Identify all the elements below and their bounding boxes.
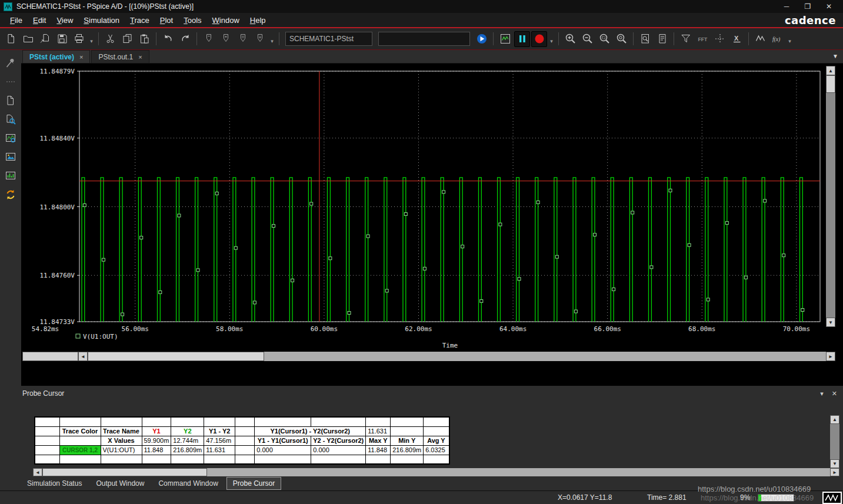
- panel-collapse-icon[interactable]: ▾: [820, 390, 824, 398]
- scroll-down-icon[interactable]: ▼: [830, 459, 839, 468]
- fft-button[interactable]: FFT: [695, 31, 711, 47]
- checkpoint-new-button[interactable]: [201, 31, 216, 47]
- scroll-up-icon[interactable]: ▲: [830, 415, 839, 424]
- scroll-right-icon[interactable]: ►: [830, 468, 839, 476]
- simulation-profile-field[interactable]: [285, 32, 372, 46]
- image-view-button[interactable]: [4, 150, 18, 164]
- checkpoint-open-button[interactable]: [218, 31, 234, 47]
- document-tab-pstst-out-1[interactable]: PStst.out.1×: [91, 50, 149, 63]
- hscroll-thumb[interactable]: [88, 352, 264, 361]
- print-button[interactable]: [71, 31, 87, 47]
- open-file-button[interactable]: [20, 31, 36, 47]
- undo-button[interactable]: [160, 31, 176, 47]
- dropdown-caret-icon[interactable]: ▾: [787, 32, 793, 45]
- tab-close-icon[interactable]: ×: [79, 54, 83, 61]
- probe-cell: 59.900m: [142, 436, 171, 445]
- zoom-fit-button[interactable]: [614, 31, 629, 47]
- plot-vertical-scrollbar[interactable]: ▲ ▼: [826, 66, 835, 327]
- menu-view[interactable]: View: [51, 14, 78, 26]
- pin-button[interactable]: [4, 56, 18, 70]
- svg-text:V(U1:OUT): V(U1:OUT): [83, 333, 118, 341]
- tab-close-icon[interactable]: ×: [138, 54, 142, 61]
- probe-cell-empty: [59, 455, 101, 464]
- copy-button[interactable]: [119, 31, 135, 47]
- toggle-cursor-button[interactable]: [712, 31, 728, 47]
- import-design-button[interactable]: [37, 31, 53, 47]
- save-button[interactable]: [54, 31, 70, 47]
- hscroll-track[interactable]: [42, 468, 830, 476]
- paste-icon: [139, 33, 151, 45]
- probe-cell: 0.000: [255, 445, 311, 455]
- scroll-down-icon[interactable]: ▼: [826, 318, 835, 327]
- menu-tools[interactable]: Tools: [178, 14, 206, 26]
- panel-close-icon[interactable]: ✕: [832, 390, 837, 398]
- save-simulation-button[interactable]: [497, 31, 513, 47]
- panel-tab-simulation-status[interactable]: Simulation Status: [21, 478, 88, 489]
- svg-text:56.00ms: 56.00ms: [122, 325, 149, 333]
- scroll-up-icon[interactable]: ▲: [826, 66, 835, 75]
- run-button[interactable]: [474, 31, 489, 47]
- probe-cell-empty: [59, 436, 101, 445]
- refresh-button[interactable]: [4, 188, 18, 202]
- dropdown-caret-icon[interactable]: ▾: [548, 32, 555, 45]
- toolbar-combo-field[interactable]: [378, 32, 470, 46]
- probe-horizontal-scrollbar[interactable]: ◄ ►: [33, 468, 839, 476]
- menu-window[interactable]: Window: [207, 14, 245, 26]
- scroll-right-icon[interactable]: ►: [826, 352, 835, 361]
- new-file-button[interactable]: [3, 31, 19, 47]
- toolbar-separator: [558, 32, 559, 45]
- restore-button[interactable]: ❐: [797, 0, 818, 13]
- x-axis-button[interactable]: X: [729, 31, 745, 47]
- svg-text:64.00ms: 64.00ms: [499, 325, 527, 333]
- probe-cursor-table: Trace ColorTrace NameY1Y2Y1 - Y2Y1(Curso…: [34, 416, 450, 465]
- scroll-left-icon[interactable]: ◄: [78, 352, 88, 361]
- document-tab-pstst-active-[interactable]: PStst (active)×: [22, 50, 90, 63]
- dropdown-caret-icon[interactable]: ▾: [269, 32, 275, 45]
- panel-tab-output-window[interactable]: Output Window: [90, 478, 150, 489]
- checkpoint-restore-button[interactable]: [252, 31, 268, 47]
- scroll-left-icon[interactable]: ◄: [33, 468, 42, 476]
- search-doc-icon: [5, 114, 16, 125]
- probe-cell: Trace Color: [59, 426, 101, 436]
- menu-simulation[interactable]: Simulation: [78, 14, 125, 26]
- plot-view-button[interactable]: [4, 131, 18, 145]
- close-button[interactable]: ✕: [818, 0, 839, 13]
- view-output-button[interactable]: [654, 31, 670, 47]
- chart-view-button[interactable]: [4, 169, 18, 183]
- panel-tab-probe-cursor[interactable]: Probe Cursor: [226, 477, 281, 490]
- cut-button[interactable]: [102, 31, 118, 47]
- checkpoint-save-button[interactable]: [235, 31, 251, 47]
- paste-button[interactable]: [136, 31, 152, 47]
- probe-vertical-scrollbar[interactable]: ▲ ▼: [830, 415, 839, 468]
- menu-trace[interactable]: Trace: [125, 14, 155, 26]
- menu-file[interactable]: File: [5, 14, 28, 26]
- eval-goal-button[interactable]: f(x): [769, 31, 785, 47]
- minimize-button[interactable]: ─: [776, 0, 797, 13]
- filter-traces-icon: [680, 33, 692, 45]
- image-view-icon: [5, 151, 16, 163]
- zoom-area-button[interactable]: [597, 31, 612, 47]
- add-trace-button[interactable]: [752, 31, 768, 47]
- stop-button[interactable]: [531, 31, 547, 47]
- zoom-out-button[interactable]: [579, 31, 595, 47]
- probe-cell-empty: [142, 417, 171, 426]
- menu-help[interactable]: Help: [245, 14, 271, 26]
- search-doc-button[interactable]: [4, 112, 18, 126]
- plot-view-icon: [5, 132, 16, 144]
- hscroll-thumb[interactable]: [42, 468, 207, 476]
- menu-edit[interactable]: Edit: [28, 14, 51, 26]
- waveform-plot[interactable]: 11.84879V11.84840V11.84800V11.84760V11.8…: [21, 64, 843, 386]
- plot-horizontal-scrollbar[interactable]: ◄ ►: [22, 352, 835, 361]
- vscroll-thumb[interactable]: [826, 75, 835, 93]
- pause-button[interactable]: [514, 31, 530, 47]
- print-preview-button[interactable]: [637, 31, 653, 47]
- dropdown-caret-icon[interactable]: ▾: [88, 32, 95, 45]
- redo-button[interactable]: [177, 31, 193, 47]
- hscroll-track[interactable]: [88, 352, 826, 361]
- new-doc-button[interactable]: [4, 94, 18, 108]
- zoom-in-button[interactable]: [562, 31, 578, 47]
- tab-list-caret-icon[interactable]: ▼: [832, 53, 838, 59]
- menu-plot[interactable]: Plot: [155, 14, 178, 26]
- filter-traces-button[interactable]: [678, 31, 694, 47]
- panel-tab-command-window[interactable]: Command Window: [152, 478, 224, 489]
